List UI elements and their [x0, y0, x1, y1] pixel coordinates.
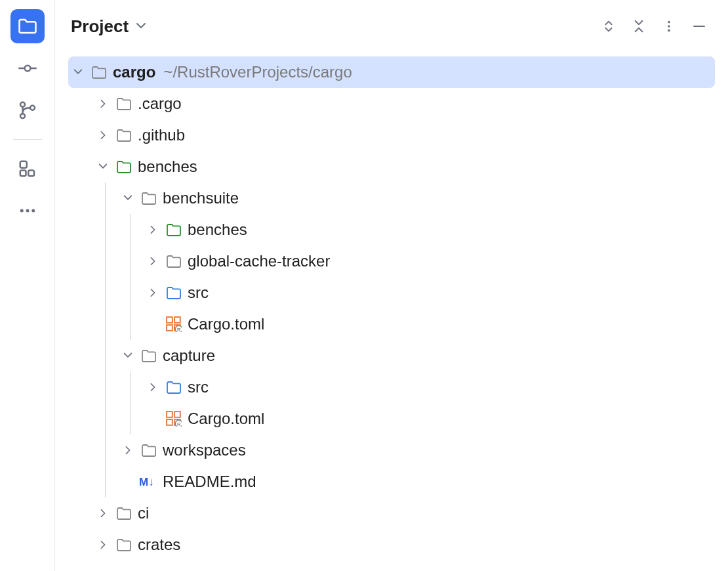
svg-point-10 [30, 106, 35, 110]
expand-toggle[interactable] [118, 193, 138, 203]
svg-rect-12 [20, 171, 26, 177]
svg-point-9 [20, 114, 25, 118]
chevron-right-icon [148, 382, 157, 392]
more-vertical-icon [662, 19, 676, 33]
node-label: .github [138, 126, 185, 144]
vcs-tool-button[interactable] [10, 93, 45, 127]
node-label: benchsuite [163, 189, 239, 207]
expand-toggle[interactable] [93, 98, 113, 109]
node-label: capture [163, 347, 215, 365]
tree-node[interactable]: src [68, 277, 715, 308]
source-folder-icon [163, 380, 185, 394]
chevron-down-icon [98, 161, 108, 172]
test-folder-icon [113, 159, 135, 174]
expand-collapse-icon [601, 19, 616, 33]
expand-toggle[interactable] [143, 256, 163, 266]
tree-node[interactable]: Cargo.toml [68, 308, 715, 340]
tree-node[interactable]: .cargo [68, 88, 715, 119]
node-label: README.md [163, 473, 256, 491]
svg-point-18 [668, 25, 670, 28]
tree-node[interactable]: benches [68, 151, 715, 182]
folder-icon [138, 443, 160, 457]
tree-node[interactable]: src [68, 371, 715, 403]
chevron-down-icon [123, 193, 133, 203]
tool-sidebar [0, 0, 55, 571]
chevron-right-icon [98, 130, 108, 140]
options-button[interactable] [656, 13, 682, 39]
tree-node[interactable]: .github [68, 119, 715, 151]
more-horizontal-icon [18, 201, 37, 221]
svg-rect-13 [28, 171, 34, 177]
hide-panel-button[interactable] [686, 13, 712, 39]
folder-icon [18, 16, 37, 36]
expand-toggle[interactable] [143, 287, 163, 298]
structure-tool-button[interactable] [10, 152, 45, 186]
svg-point-16 [31, 209, 35, 213]
panel-header: Project [55, 0, 728, 53]
folder-icon [138, 191, 160, 205]
expand-collapse-button[interactable] [596, 13, 622, 39]
node-label: benches [138, 158, 197, 176]
chevron-down-icon [73, 67, 83, 77]
chevron-right-icon [148, 256, 157, 266]
folder-icon [113, 506, 135, 520]
project-panel: Project cargo ~/RustRoverProjects/cargo [55, 0, 728, 571]
chevron-right-icon [148, 287, 157, 298]
tree-node[interactable]: global-cache-tracker [68, 245, 715, 277]
collapse-all-button[interactable] [626, 13, 652, 39]
tree-node[interactable]: Cargo.toml [68, 403, 715, 434]
project-tree[interactable]: cargo ~/RustRoverProjects/cargo .cargo .… [55, 53, 728, 571]
svg-rect-11 [20, 161, 26, 168]
folder-icon [138, 349, 160, 363]
commit-tool-button[interactable] [10, 51, 45, 85]
markdown-icon [138, 475, 160, 489]
more-tool-button[interactable] [10, 194, 45, 228]
expand-toggle[interactable] [93, 508, 113, 518]
tree-node[interactable]: benches [68, 214, 715, 245]
sidebar-divider [13, 139, 42, 140]
folder-icon [88, 65, 110, 79]
collapse-all-icon [632, 19, 646, 33]
expand-toggle[interactable] [68, 67, 88, 77]
chevron-down-icon [123, 350, 133, 361]
node-label: Cargo.toml [188, 315, 264, 333]
node-label: src [188, 378, 209, 396]
node-label: ci [138, 504, 149, 522]
panel-title[interactable]: Project [71, 16, 129, 37]
expand-toggle[interactable] [118, 445, 138, 455]
tree-node[interactable]: ci [68, 497, 715, 529]
view-mode-dropdown[interactable] [135, 20, 147, 32]
chevron-down-icon [135, 20, 147, 32]
node-label: crates [138, 536, 180, 554]
expand-toggle[interactable] [118, 350, 138, 361]
folder-icon [113, 538, 135, 552]
node-label: benches [188, 221, 247, 239]
cargo-toml-icon [163, 411, 185, 427]
chevron-right-icon [123, 445, 132, 455]
source-folder-icon [163, 286, 185, 300]
expand-toggle[interactable] [143, 382, 163, 392]
node-label: workspaces [163, 441, 246, 459]
tree-node[interactable]: benchsuite [68, 182, 715, 214]
tree-node-root[interactable]: cargo ~/RustRoverProjects/cargo [68, 56, 715, 88]
chevron-right-icon [148, 224, 157, 235]
minimize-icon [691, 18, 707, 34]
tree-node[interactable]: crates [68, 529, 715, 560]
git-branch-icon [18, 100, 37, 120]
tree-node[interactable]: workspaces [68, 434, 715, 466]
svg-point-17 [668, 21, 670, 24]
expand-toggle[interactable] [93, 130, 113, 140]
node-label: global-cache-tracker [188, 252, 330, 270]
chevron-right-icon [98, 508, 108, 518]
node-label: .cargo [138, 95, 182, 113]
project-tool-button[interactable] [10, 9, 45, 43]
tree-node[interactable]: README.md [68, 466, 715, 497]
expand-toggle[interactable] [143, 224, 163, 235]
chevron-right-icon [98, 539, 108, 550]
svg-point-19 [668, 30, 670, 32]
node-label: cargo [113, 63, 155, 81]
expand-toggle[interactable] [93, 539, 113, 550]
expand-toggle[interactable] [93, 161, 113, 172]
tree-node[interactable]: capture [68, 340, 715, 371]
folder-icon [113, 128, 135, 142]
